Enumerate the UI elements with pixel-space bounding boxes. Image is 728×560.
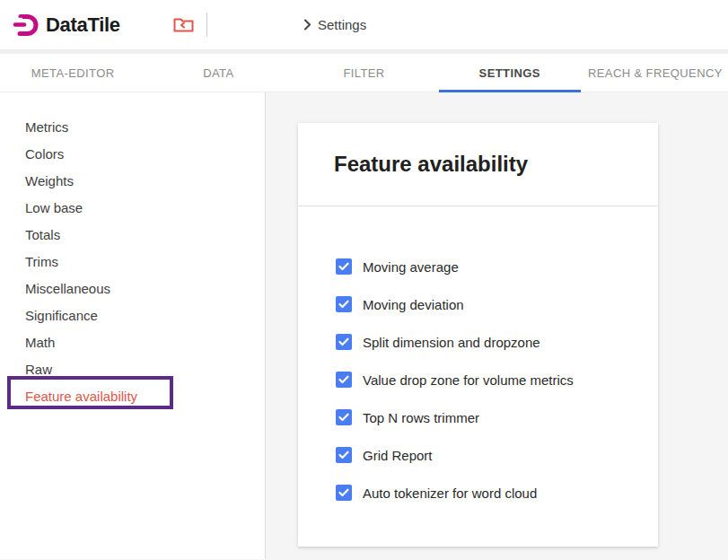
feature-label: Moving deviation [363, 297, 464, 312]
checkbox-checked-icon[interactable] [336, 334, 352, 350]
checkbox-checked-icon[interactable] [336, 485, 352, 501]
checkbox-checked-icon[interactable] [336, 296, 352, 312]
topbar-divider [206, 13, 207, 37]
sidebar-item-low-base[interactable]: Low base [0, 194, 265, 221]
tab-reach-frequency[interactable]: REACH & FREQUENCY [583, 54, 728, 92]
sidebar-item-feature-availability[interactable]: Feature availability [0, 382, 265, 409]
sidebar-item-math[interactable]: Math [0, 328, 265, 355]
checkbox-checked-icon[interactable] [336, 258, 352, 275]
feature-row-auto-tokenizer[interactable]: Auto tokenizer for word cloud [298, 474, 658, 512]
chevron-right-icon [303, 19, 311, 31]
open-project-button[interactable] [172, 13, 196, 37]
breadcrumb: Settings [303, 0, 366, 49]
card-header: Feature availability [298, 123, 658, 206]
tab-filter[interactable]: FILTER [291, 54, 436, 92]
feature-label: Top N rows trimmer [363, 410, 479, 425]
brand-name: DataTile [46, 13, 120, 37]
feature-row-moving-deviation[interactable]: Moving deviation [298, 285, 658, 323]
feature-label: Auto tokenizer for word cloud [363, 486, 537, 501]
feature-row-moving-average[interactable]: Moving average [298, 248, 658, 285]
breadcrumb-settings[interactable]: Settings [318, 17, 366, 32]
sidebar-item-trims[interactable]: Trims [0, 248, 265, 275]
feature-row-top-n-rows[interactable]: Top N rows trimmer [298, 398, 658, 436]
feature-label: Grid Report [363, 448, 433, 463]
checkbox-checked-icon[interactable] [336, 447, 352, 463]
sidebar-item-weights[interactable]: Weights [0, 167, 265, 194]
folder-back-icon [173, 16, 194, 33]
settings-main-panel: Feature availability Moving average Movi… [266, 92, 728, 559]
feature-label: Split dimension and dropzone [363, 335, 540, 350]
checkbox-checked-icon[interactable] [336, 409, 352, 425]
feature-label: Value drop zone for volume metrics [363, 372, 574, 388]
sidebar-item-miscellaneous[interactable]: Miscellaneous [0, 275, 265, 302]
feature-row-grid-report[interactable]: Grid Report [298, 436, 658, 474]
content-area: Metrics Colors Weights Low base Totals T… [0, 92, 728, 559]
settings-sidebar: Metrics Colors Weights Low base Totals T… [0, 92, 266, 559]
feature-row-value-drop-zone[interactable]: Value drop zone for volume metrics [298, 361, 658, 398]
tab-data[interactable]: DATA [145, 54, 291, 92]
sidebar-item-significance[interactable]: Significance [0, 302, 265, 328]
feature-label: Moving average [363, 259, 459, 275]
main-tab-bar: META-EDITOR DATA FILTER SETTINGS REACH &… [0, 54, 728, 92]
feature-availability-card: Feature availability Moving average Movi… [298, 123, 658, 547]
sidebar-item-raw[interactable]: Raw [0, 355, 265, 382]
tab-meta-editor[interactable]: META-EDITOR [0, 54, 145, 92]
sidebar-item-totals[interactable]: Totals [0, 221, 265, 248]
datatile-logo[interactable]: DataTile [13, 13, 120, 38]
top-bar: DataTile Settings [0, 0, 728, 49]
feature-row-split-dimension[interactable]: Split dimension and dropzone [298, 323, 658, 361]
datatile-d-icon [13, 13, 41, 38]
checkbox-checked-icon[interactable] [336, 372, 352, 388]
tab-settings[interactable]: SETTINGS [437, 54, 583, 92]
sidebar-item-colors[interactable]: Colors [0, 140, 265, 167]
sidebar-item-metrics[interactable]: Metrics [0, 113, 265, 140]
card-title: Feature availability [334, 152, 528, 177]
feature-list: Moving average Moving deviation Split di… [298, 206, 658, 512]
